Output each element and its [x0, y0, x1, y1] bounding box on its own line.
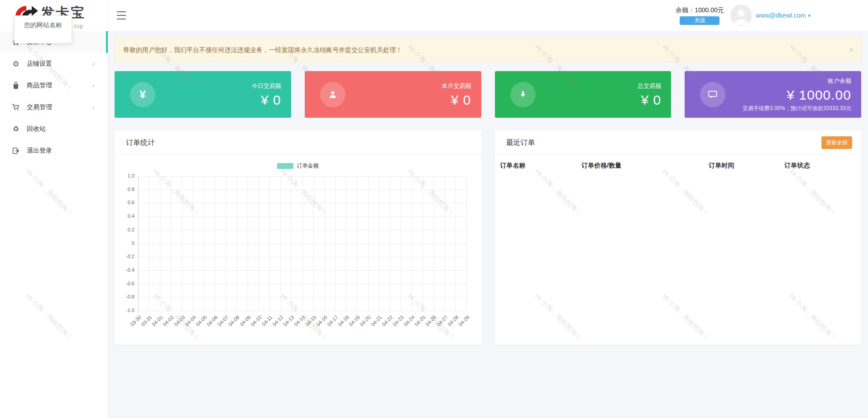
y-axis-tick: 1.0 [116, 173, 134, 178]
y-axis-tick: -0.8 [116, 294, 134, 299]
recharge-button[interactable]: 充值 [680, 16, 719, 25]
gridline [456, 176, 456, 311]
stat-value: ¥ 0 [638, 92, 661, 107]
x-axis-tick: 04-28 [446, 314, 459, 327]
gridline [237, 176, 237, 311]
gridline [193, 176, 193, 311]
sidebar-item-label: 店铺设置 [27, 60, 52, 68]
gridline [149, 176, 149, 311]
x-axis-tick: 04-07 [216, 314, 229, 327]
balance-text: 余额：1000.00元 [676, 6, 724, 14]
stat-text: 账户余额¥ 1000.00交易手续费3.00%，预计还可收款33333.33元 [743, 77, 851, 112]
sidebar-item-trade-management[interactable]: 交易管理› [0, 96, 108, 118]
stat-value: ¥ 1000.00 [743, 87, 851, 103]
avatar[interactable] [730, 5, 752, 26]
panels-row: 订单统计 订单金额 1.00.80.60.40.20-0.2-0.4-0.6-0… [115, 130, 861, 345]
recent-orders-panel: 最近订单 查看全部 订单名称订单价格/数量订单时间订单状态 [495, 130, 862, 345]
sidebar-item-shop-settings[interactable]: ⚙店铺设置› [0, 53, 108, 75]
avatar-person-icon [730, 5, 752, 26]
gridline [204, 176, 204, 311]
gridline [346, 176, 346, 311]
x-axis-tick: 04-03 [173, 314, 186, 327]
x-axis-tick: 04-29 [457, 314, 470, 327]
gridline [138, 311, 466, 311]
account-dropdown[interactable]: www@dkewl.com ▾ [756, 12, 810, 19]
sidebar-item-logout[interactable]: 退出登录 [0, 140, 108, 162]
gridline [313, 176, 314, 311]
y-axis-tick: -0.6 [116, 281, 134, 286]
x-axis-tick: 04-08 [228, 314, 240, 327]
y-axis-tick: 0.8 [116, 187, 134, 192]
orders-column-header: 订单状态 [785, 155, 810, 176]
gridline [379, 176, 379, 311]
balance-block: 余额：1000.00元 充值 [676, 6, 724, 25]
navbar-right: 余额：1000.00元 充值 www@dkewl.com ▾ [676, 0, 810, 31]
gridline [269, 176, 270, 311]
order-statistics-title: 订单统计 [115, 130, 481, 155]
sidebar-item-label: 交易管理 [27, 103, 52, 111]
gridline [215, 176, 215, 311]
brand-domain-suffix: .top [72, 23, 83, 29]
recent-orders-title: 最近订单 [495, 130, 862, 155]
gear-icon: ⚙ [11, 59, 20, 68]
gridline [160, 176, 160, 311]
active-indicator [106, 31, 108, 53]
gridline [445, 176, 445, 311]
gridline [291, 176, 292, 311]
x-axis-tick: 04-22 [381, 314, 393, 327]
stat-label: 账户余额 [743, 77, 851, 85]
close-icon[interactable]: × [849, 38, 854, 62]
gridline [422, 176, 423, 311]
x-axis-tick: 04-19 [348, 314, 360, 327]
sidebar-item-product-management[interactable]: 商品管理› [0, 75, 108, 96]
stat-card-2: 总交易额¥ 0 [495, 71, 671, 118]
x-axis-tick: 04-13 [282, 314, 295, 327]
x-axis-tick: 04-26 [425, 314, 437, 327]
gridline [412, 176, 412, 311]
gridline [324, 176, 325, 311]
arrow-down-icon [510, 82, 536, 107]
cart-icon [11, 103, 20, 112]
recycle-icon: ♻ [11, 125, 20, 134]
user-icon [320, 82, 345, 107]
stat-note: 交易手续费3.00%，预计还可收款33333.33元 [743, 105, 851, 112]
site-name-tooltip: 您的网站名称 [14, 15, 72, 43]
x-axis-tick: 04-21 [370, 314, 383, 327]
legend-label: 订单金额 [297, 162, 319, 170]
x-axis-tick: 04-24 [403, 314, 415, 327]
stat-card-0: ¥今日交易额¥ 0 [115, 71, 291, 118]
x-axis-tick: 04-15 [304, 314, 317, 327]
gridline [335, 176, 336, 311]
gridline [434, 176, 434, 311]
chevron-right-icon: › [92, 104, 94, 111]
sidebar: 发卡宝 .top 卖家中心⚙店铺设置›商品管理›交易管理›♻回收站退出登录 [0, 0, 108, 418]
orders-column-header: 订单价格/数量 [582, 155, 622, 176]
x-axis-tick: 03-30 [129, 314, 142, 327]
gridline [302, 176, 303, 311]
gridline [182, 176, 182, 311]
chevron-down-icon: ▾ [808, 13, 810, 19]
x-axis-tick: 04-25 [413, 314, 426, 327]
account-email: www@dkewl.com [756, 12, 806, 19]
y-axis-tick: 0 [116, 240, 134, 246]
sidebar-item-label: 商品管理 [27, 82, 52, 90]
y-axis-tick: 0.4 [116, 213, 134, 219]
legend-swatch [277, 163, 293, 169]
chart-legend[interactable]: 订单金额 [277, 162, 319, 170]
gridline [171, 176, 172, 311]
gridline [357, 176, 357, 311]
x-axis-tick: 03-31 [140, 314, 153, 327]
gridline [368, 176, 369, 311]
x-axis-tick: 04-16 [315, 314, 328, 327]
hamburger-menu-icon[interactable] [117, 11, 127, 19]
x-axis-tick: 04-02 [162, 314, 175, 327]
sidebar-item-label: 回收站 [27, 125, 46, 133]
view-all-button[interactable]: 查看全部 [821, 136, 852, 149]
stat-value: ¥ 0 [442, 92, 471, 107]
sidebar-item-recycle-bin[interactable]: ♻回收站 [0, 118, 108, 140]
logout-icon [11, 146, 20, 155]
orders-column-header: 订单时间 [709, 155, 734, 176]
x-axis-tick: 04-01 [151, 314, 163, 327]
y-axis-tick: -0.2 [116, 254, 134, 259]
order-statistics-panel: 订单统计 订单金额 1.00.80.60.40.20-0.2-0.4-0.6-0… [115, 130, 481, 345]
